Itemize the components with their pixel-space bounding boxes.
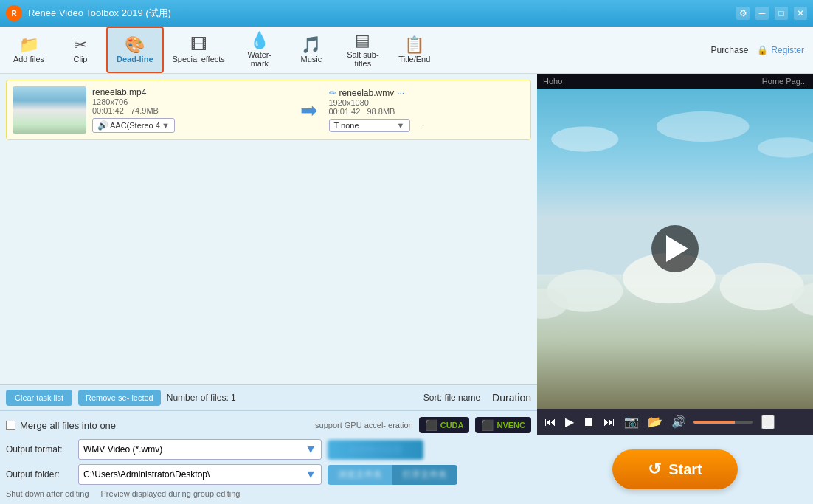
settings-button[interactable]: ⚙	[736, 7, 750, 20]
cuda-logo-icon: ⬛	[425, 419, 437, 431]
output-folder-row: Output folder: C:\Users\Administrator\De…	[6, 464, 531, 485]
browse-folder-button[interactable]: 浏览文件夹	[328, 465, 392, 485]
svg-point-7	[720, 263, 804, 310]
cuda-badge[interactable]: ⬛ CUDA	[419, 417, 470, 433]
file-count-label: Number of files: 1	[167, 393, 236, 403]
tool-add-file[interactable]: 📁 Add files	[3, 27, 55, 73]
purchase-button[interactable]: Purchase	[711, 45, 749, 55]
start-button[interactable]: ↺ Start	[612, 449, 738, 489]
close-button[interactable]: ✕	[794, 7, 807, 20]
prev-button[interactable]: ⏮	[543, 414, 558, 430]
music-label: Music	[300, 55, 322, 63]
audio-dropdown[interactable]: 🔊 AAC(Stereo 4 ▼	[92, 118, 175, 133]
output-duration: 00:01:42	[329, 107, 361, 116]
player-homepage[interactable]: Home Pag...	[762, 77, 807, 86]
merge-checkbox[interactable]	[6, 421, 15, 430]
clip-icon: ✂	[74, 37, 87, 53]
expand-button[interactable]: ⛶	[761, 415, 775, 429]
left-panel: reneelab.mp4 1280x706 00:01:42 74.9MB 🔊 …	[0, 74, 537, 504]
output-resolution: 1920x1080	[329, 98, 525, 107]
open-folder-button[interactable]: 打开文件夹	[392, 465, 457, 485]
clip-label: Clip	[74, 55, 88, 63]
special-effects-label: Special effects	[173, 55, 225, 63]
nvenc-badge[interactable]: ⬛ NVENC	[475, 417, 531, 433]
folder-buttons: 浏览文件夹 打开文件夹	[328, 465, 457, 485]
add-file-icon: 📁	[19, 37, 39, 53]
tool-music[interactable]: 🎵 Music	[286, 27, 337, 73]
input-duration-size: 00:01:42 74.9MB	[92, 106, 288, 115]
file-thumbnail	[13, 86, 86, 134]
toolbar: 📁 Add files ✂ Clip 🎨 Dead-line 🎞 Special…	[0, 27, 813, 74]
file-list[interactable]: reneelab.mp4 1280x706 00:01:42 74.9MB 🔊 …	[0, 74, 537, 384]
file-item: reneelab.mp4 1280x706 00:01:42 74.9MB 🔊 …	[6, 80, 531, 140]
settings-bar: Merge all files into one support GPU acc…	[0, 410, 537, 504]
output-folder-select[interactable]: C:\Users\Administrator\Desktop\ ▼	[78, 464, 322, 485]
audio-chevron-icon: ▼	[162, 121, 170, 130]
play-pause-button[interactable]: ▶	[564, 413, 575, 430]
cuda-label: CUDA	[440, 421, 464, 429]
main-area: reneelab.mp4 1280x706 00:01:42 74.9MB 🔊 …	[0, 74, 813, 504]
watermark-icon: 💧	[249, 32, 269, 49]
start-area: ↺ Start	[537, 435, 813, 504]
video-codec-label: T none	[334, 121, 359, 130]
output-size: 98.8MB	[367, 107, 395, 116]
minimize-button[interactable]: ─	[755, 7, 769, 20]
maximize-button[interactable]: □	[775, 7, 788, 20]
screenshot-button[interactable]: 📷	[623, 413, 640, 430]
toolbar-right: Purchase 🔒 Register	[711, 27, 810, 73]
video-dropdown[interactable]: T none ▼	[329, 119, 410, 132]
subtitles-icon: ▤	[355, 32, 370, 49]
tool-clip[interactable]: ✂ Clip	[55, 27, 106, 73]
tool-subtitles[interactable]: ▤ Salt sub-titles	[337, 27, 389, 73]
register-label: Register	[771, 45, 804, 55]
output-format-row: Output format: WMV Video (*.wmv) ▼ 选择格式设…	[6, 439, 531, 460]
video-frame	[537, 89, 813, 409]
sort-label: Sort: file name	[423, 393, 480, 403]
svg-point-3	[657, 111, 750, 142]
title-bar: R Renee Video Toolbox 2019 (试用) ⚙ ─ □ ✕	[0, 0, 813, 27]
right-panel: Hoho Home Pag...	[537, 74, 813, 504]
tool-deadline[interactable]: 🎨 Dead-line	[106, 27, 164, 73]
volume-button[interactable]: 🔊	[670, 413, 688, 430]
next-button[interactable]: ⏭	[602, 414, 617, 430]
file-input-info: reneelab.mp4 1280x706 00:01:42 74.9MB 🔊 …	[92, 87, 288, 133]
output-options-icon[interactable]: ···	[397, 88, 404, 98]
stop-button[interactable]: ⏹	[581, 414, 596, 430]
play-button[interactable]	[651, 225, 699, 272]
speaker-icon: 🔊	[97, 120, 108, 131]
output-format-label: Output format:	[6, 444, 72, 455]
remove-selected-button[interactable]: Remove se- lected	[78, 390, 161, 406]
purchase-label: Purchase	[711, 45, 749, 55]
deadline-icon: 🎨	[125, 37, 145, 53]
tool-watermark[interactable]: 💧 Water-mark	[234, 27, 286, 73]
folder-open-button[interactable]: 📂	[646, 413, 664, 430]
lock-icon: 🔒	[757, 45, 768, 55]
output-folder-label: Output folder:	[6, 469, 72, 480]
nvenc-logo-icon: ⬛	[481, 419, 494, 431]
input-size: 74.9MB	[131, 106, 159, 115]
input-resolution: 1280x706	[92, 97, 288, 106]
merge-row: Merge all files into one support GPU acc…	[6, 417, 531, 433]
audio-video-row: 🔊 AAC(Stereo 4 ▼	[92, 118, 288, 133]
video-chevron-icon: ▼	[397, 121, 405, 130]
tool-title-end[interactable]: 📋 Title/End	[389, 27, 440, 73]
player-top-bar: Hoho Home Pag...	[537, 74, 813, 89]
special-effects-icon: 🎞	[190, 37, 207, 53]
dash-separator: -	[416, 119, 425, 132]
gpu-support-text: support GPU accel- eration	[315, 421, 413, 429]
edit-icon[interactable]: ✏	[329, 88, 336, 98]
merge-checkbox-row: Merge all files into one	[6, 420, 116, 431]
output-format-select[interactable]: WMV Video (*.wmv) ▼	[78, 439, 322, 460]
format-value: WMV Video (*.wmv)	[83, 444, 162, 455]
svg-point-2	[551, 126, 618, 151]
choose-format-button[interactable]: 选择格式设置	[328, 440, 423, 460]
folder-value: C:\Users\Administrator\Desktop\	[83, 469, 210, 480]
merge-label: Merge all files into one	[20, 420, 116, 431]
volume-slider[interactable]	[693, 421, 753, 424]
input-duration: 00:01:42	[92, 106, 124, 115]
player-controls: ⏮ ▶ ⏹ ⏭ 📷 📂 🔊 ⛶	[537, 409, 813, 435]
register-button[interactable]: 🔒 Register	[757, 45, 804, 55]
bottom-bar: Clear task list Remove se- lected Number…	[0, 384, 537, 410]
clear-task-list-button[interactable]: Clear task list	[6, 390, 72, 406]
tool-special-effects[interactable]: 🎞 Special effects	[164, 27, 234, 73]
